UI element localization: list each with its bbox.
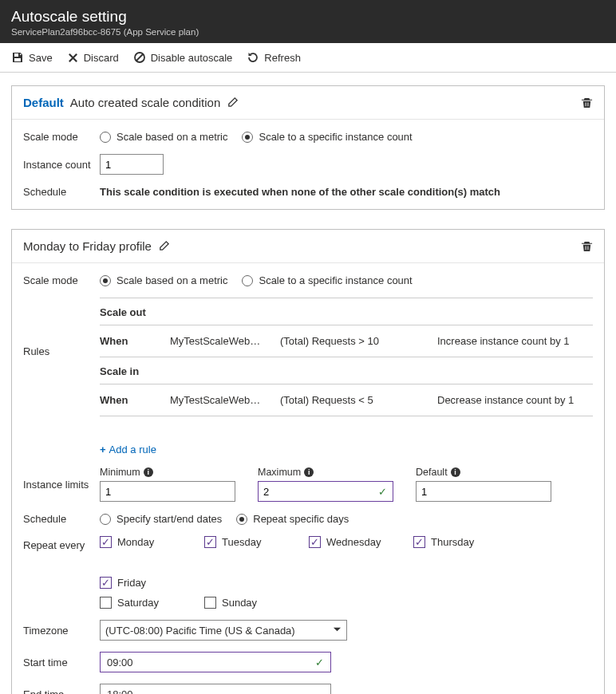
checkbox-icon: ✓ <box>100 577 112 589</box>
day-label: Thursday <box>431 536 474 548</box>
save-label: Save <box>29 52 53 64</box>
rule-app: MyTestScaleWebA… <box>170 335 266 347</box>
info-icon[interactable]: i <box>451 467 460 477</box>
schedule-label: Schedule <box>23 513 100 525</box>
radio-scale-metric-label: Scale based on a metric <box>116 274 227 286</box>
start-time-value: 09:00 <box>107 657 133 668</box>
refresh-button[interactable]: Refresh <box>247 51 301 64</box>
checkbox-icon: ✓ <box>100 536 112 548</box>
rule-app: MyTestScaleWebA… <box>170 394 266 406</box>
rule-row[interactable]: When MyTestScaleWebA… (Total) Requests <… <box>100 384 593 416</box>
checkbox-icon: ✓ <box>413 536 425 548</box>
schedule-label: Schedule <box>23 186 100 198</box>
radio-repeat-days[interactable]: Repeat specific days <box>236 513 349 525</box>
day-label: Tuesday <box>222 536 261 548</box>
add-rule-button[interactable]: + Add a rule <box>100 444 156 455</box>
trash-icon[interactable] <box>581 240 593 252</box>
add-rule-label: Add a rule <box>109 444 156 455</box>
info-icon[interactable]: i <box>304 467 314 477</box>
pencil-icon[interactable] <box>158 240 170 252</box>
radio-scale-specific[interactable]: Scale to a specific instance count <box>242 131 412 143</box>
start-time-label: Start time <box>23 657 100 668</box>
day-label: Saturday <box>117 597 159 609</box>
end-time-label: End time <box>23 688 100 695</box>
instance-count-label: Instance count <box>23 159 100 171</box>
timezone-select[interactable]: (UTC-08:00) Pacific Time (US & Canada) <box>100 620 347 641</box>
repeat-every-label: Repeat every <box>23 536 100 551</box>
plus-icon: + <box>100 444 106 455</box>
refresh-icon <box>247 51 259 64</box>
disable-autoscale-button[interactable]: Disable autoscale <box>133 51 233 64</box>
schedule-text: This scale condition is executed when no… <box>100 186 593 198</box>
discard-label: Discard <box>84 52 119 64</box>
info-icon[interactable]: i <box>144 467 153 477</box>
timezone-value: (UTC-08:00) Pacific Time (US & Canada) <box>105 625 295 637</box>
radio-scale-specific-label: Scale to a specific instance count <box>259 131 412 143</box>
rule-action: Decrease instance count by 1 <box>437 394 593 406</box>
disable-icon <box>133 51 146 64</box>
radio-icon <box>242 275 253 286</box>
toolbar: Save Discard Disable autoscale Refresh <box>0 43 616 73</box>
checkbox-thursday[interactable]: ✓Thursday <box>413 536 489 548</box>
trash-icon[interactable] <box>581 97 593 108</box>
radio-days-label: Repeat specific days <box>253 513 349 525</box>
default-card-header: Default Auto created scale condition <box>12 86 604 120</box>
default-input[interactable] <box>416 481 551 502</box>
checkbox-sunday[interactable]: ✓Sunday <box>204 597 280 609</box>
rule-when: When <box>100 394 156 406</box>
default-label: Default <box>416 467 448 478</box>
checkbox-friday[interactable]: ✓Friday <box>100 577 176 589</box>
disable-label: Disable autoscale <box>151 52 233 64</box>
instance-count-input[interactable] <box>100 154 164 175</box>
page-subtitle: ServicePlan2af96bcc-8675 (App Service pl… <box>11 27 605 37</box>
end-time-input[interactable]: 18:00 <box>100 684 331 694</box>
discard-button[interactable]: Discard <box>67 52 119 64</box>
svg-line-1 <box>136 54 143 61</box>
save-icon <box>11 51 24 64</box>
checkbox-wednesday[interactable]: ✓Wednesday <box>309 536 385 548</box>
start-time-input[interactable]: 09:00 ✓ <box>100 652 331 672</box>
checkbox-icon: ✓ <box>100 597 112 609</box>
min-label: Minimum <box>100 467 140 478</box>
profile-name: Monday to Friday profile <box>23 239 152 253</box>
page-header: Autoscale setting ServicePlan2af96bcc-86… <box>0 0 616 43</box>
chevron-down-icon <box>333 625 342 637</box>
rules-label: Rules <box>23 298 100 357</box>
radio-dates-label: Specify start/end dates <box>116 513 222 525</box>
radio-scale-specific[interactable]: Scale to a specific instance count <box>242 274 412 286</box>
default-badge: Default <box>23 96 64 109</box>
checkbox-icon: ✓ <box>204 536 216 548</box>
day-label: Wednesday <box>326 536 381 548</box>
scale-in-heading: Scale in <box>100 357 593 384</box>
end-time-value: 18:00 <box>107 688 133 695</box>
radio-scale-metric[interactable]: Scale based on a metric <box>100 131 227 143</box>
refresh-label: Refresh <box>264 52 301 64</box>
day-label: Monday <box>117 536 154 548</box>
radio-icon <box>236 514 247 525</box>
radio-scale-specific-label: Scale to a specific instance count <box>259 274 412 286</box>
radio-icon <box>100 132 111 143</box>
close-icon <box>67 52 79 64</box>
checkmark-icon: ✓ <box>315 657 324 668</box>
rule-when: When <box>100 335 156 347</box>
pencil-icon[interactable] <box>227 97 239 108</box>
save-button[interactable]: Save <box>11 51 53 64</box>
scale-mode-label: Scale mode <box>23 131 100 143</box>
radio-scale-metric[interactable]: Scale based on a metric <box>100 274 227 286</box>
checkbox-monday[interactable]: ✓Monday <box>100 536 176 548</box>
rule-condition: (Total) Requests < 5 <box>280 394 423 406</box>
checkbox-tuesday[interactable]: ✓Tuesday <box>204 536 280 548</box>
rule-row[interactable]: When MyTestScaleWebA… (Total) Requests >… <box>100 325 593 357</box>
radio-start-end-dates[interactable]: Specify start/end dates <box>100 513 222 525</box>
max-label: Maximum <box>258 467 301 478</box>
maximum-input[interactable] <box>258 481 393 502</box>
day-label: Friday <box>117 577 146 589</box>
radio-icon <box>100 514 111 525</box>
minimum-input[interactable] <box>100 481 235 502</box>
radio-icon <box>242 132 253 143</box>
checkbox-saturday[interactable]: ✓Saturday <box>100 597 176 609</box>
content-area: Default Auto created scale condition Sca… <box>0 73 616 694</box>
scale-mode-label: Scale mode <box>23 274 100 286</box>
profile-card-header: Monday to Friday profile <box>12 230 604 263</box>
instance-limits-label: Instance limits <box>23 479 100 491</box>
